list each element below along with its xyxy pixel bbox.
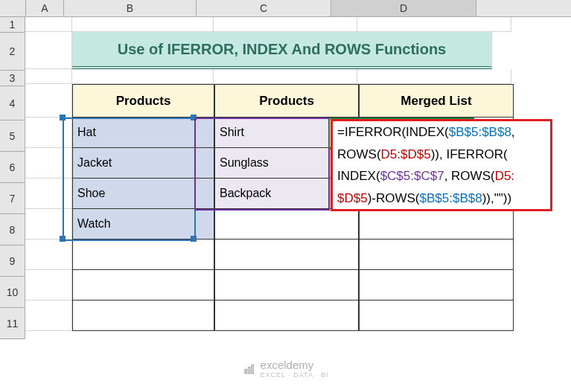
row-header-6[interactable]: 6 [0,152,25,183]
watermark-sub: EXCEL · DATA · BI [261,371,329,379]
cell-a10[interactable] [25,270,72,301]
formula-line-4: $D$5)-ROWS($B$5:$B$8)),"")) [333,187,550,210]
spreadsheet: A B C D 1 2 3 4 5 6 7 8 9 10 11 [0,0,571,392]
cell-a1[interactable] [25,17,72,32]
cell-d11[interactable] [359,301,514,331]
sel-handle-br[interactable] [191,236,197,242]
cell-c9[interactable] [214,240,359,270]
cell-b7[interactable]: Shoe [72,179,214,209]
row-header-4[interactable]: 4 [0,86,25,121]
cell-b11[interactable] [72,301,214,331]
cells-area: Use of IFERROR, INDEX And ROWS Functions… [25,17,571,339]
cell-b10[interactable] [72,270,214,301]
cell-c1[interactable] [214,17,357,32]
row-header-5[interactable]: 5 [0,121,25,152]
watermark-text: exceldemy [261,359,314,371]
cell-c3[interactable] [214,69,357,84]
row-header-8[interactable]: 8 [0,214,25,245]
cell-a8[interactable] [25,209,72,240]
col-header-a[interactable]: A [26,0,64,16]
col-header-d[interactable]: D [331,0,476,16]
cell-d9[interactable] [359,240,514,270]
row-header-7[interactable]: 7 [0,183,25,214]
cell-b5[interactable]: Hat [72,118,214,148]
page-title[interactable]: Use of IFERROR, INDEX And ROWS Functions [72,32,492,69]
cell-c8[interactable] [214,209,359,240]
cell-d1[interactable] [357,17,511,32]
sel-handle-tl[interactable] [60,115,66,121]
cell-a4[interactable] [25,84,72,118]
cell-a3[interactable] [25,69,72,84]
row-headers: 1 2 3 4 5 6 7 8 9 10 11 [0,17,25,339]
col-header-b[interactable]: B [64,0,197,16]
svg-rect-1 [248,367,249,373]
row-header-11[interactable]: 11 [0,308,25,339]
row-header-1[interactable]: 1 [0,17,25,33]
row-header-3[interactable]: 3 [0,71,25,86]
formula-callout: =IFERROR(INDEX($B$5:$B$8, ROWS(D5:$D$5))… [331,119,552,211]
cell-d3[interactable] [357,69,511,84]
col-b-header[interactable]: Products [72,84,214,118]
column-headers: A B C D [0,0,571,17]
cell-a5[interactable] [25,118,72,148]
cell-a7[interactable] [25,179,72,209]
formula-line-3: INDEX($C$5:$C$7, ROWS(D5: [333,165,550,187]
sel-handle-bl[interactable] [60,236,66,242]
watermark: exceldemy EXCEL · DATA · BI [243,359,329,379]
cell-b1[interactable] [72,17,214,32]
cell-d10[interactable] [359,270,514,301]
svg-rect-2 [252,364,253,373]
col-header-c[interactable]: C [197,0,331,16]
chart-icon [243,362,256,376]
row-header-9[interactable]: 9 [0,245,25,277]
cell-d8[interactable] [359,209,514,240]
col-d-header[interactable]: Merged List [359,84,514,118]
cell-a2[interactable] [25,32,72,69]
row-header-2[interactable]: 2 [0,33,25,71]
cell-b9[interactable] [72,240,214,270]
col-c-header[interactable]: Products [214,84,359,118]
cell-c10[interactable] [214,270,359,301]
select-all-corner[interactable] [0,0,26,17]
formula-line-1: =IFERROR(INDEX($B$5:$B$8, [333,121,550,144]
cell-a6[interactable] [25,148,72,179]
cell-b3[interactable] [72,69,214,84]
formula-line-2: ROWS(D5:$D$5)), IFERROR( [333,144,550,166]
row-header-10[interactable]: 10 [0,277,25,308]
cell-c11[interactable] [214,301,359,331]
sel-handle-tr[interactable] [191,115,197,121]
svg-rect-0 [245,369,246,373]
cell-a9[interactable] [25,240,72,270]
cell-b8[interactable]: Watch [72,209,214,240]
cell-b6[interactable]: Jacket [72,148,214,179]
cell-a11[interactable] [25,301,72,331]
